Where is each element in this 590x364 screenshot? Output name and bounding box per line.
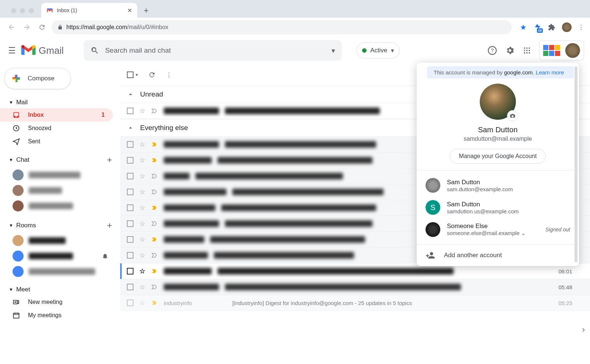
learn-more-link[interactable]: Learn more — [536, 69, 564, 76]
support-icon[interactable]: ? — [487, 46, 497, 55]
sidebar-item-inbox[interactable]: Inbox 1 — [0, 108, 113, 122]
reload-button[interactable] — [37, 22, 47, 32]
close-tab-icon[interactable]: ✕ — [127, 7, 132, 14]
url-input[interactable]: https://mail.google.com/mail/u/0/#inbox — [52, 20, 512, 34]
mail-row[interactable]: ☆ industryinfo [Industryinfo] Digest for… — [120, 295, 590, 311]
chat-contact[interactable] — [0, 198, 117, 214]
bookmark-star-icon[interactable]: ★ — [520, 23, 527, 32]
account-popup: This account is managed by google.com. L… — [417, 63, 579, 266]
room-item[interactable] — [0, 248, 117, 264]
row-time: 06:01 — [558, 268, 583, 274]
url-text: https://mail.google.com/mail/u/0/#inbox — [66, 24, 169, 31]
caret-down-icon: ▼ — [9, 100, 13, 105]
change-photo-button[interactable] — [507, 110, 518, 121]
svg-point-5 — [524, 50, 525, 51]
main-menu-button[interactable]: ☰ — [6, 42, 21, 59]
apps-grid-icon[interactable] — [523, 46, 531, 55]
importance-marker-icon[interactable] — [151, 173, 158, 179]
sidebar-item-sent[interactable]: Sent — [0, 135, 113, 148]
status-chip[interactable]: Active ▾ — [357, 42, 400, 59]
search-options-icon[interactable]: ▾ — [332, 46, 335, 55]
room-item[interactable] — [0, 233, 117, 248]
compose-button[interactable]: Compose — [4, 68, 71, 89]
importance-marker-icon[interactable] — [151, 268, 158, 274]
importance-marker-icon[interactable] — [151, 108, 158, 114]
chrome-menu-icon[interactable]: ⋮ — [578, 24, 584, 31]
traffic-light-minimize[interactable] — [20, 8, 25, 13]
sender-text: industryinfo — [164, 300, 226, 306]
select-all-checkbox[interactable]: ▾ — [127, 71, 138, 78]
chat-contact[interactable] — [0, 167, 117, 183]
chat-contact[interactable] — [0, 183, 117, 198]
svg-point-9 — [526, 52, 528, 54]
person-add-icon — [426, 251, 435, 260]
sent-icon — [13, 138, 21, 145]
importance-marker-icon[interactable] — [151, 141, 158, 148]
svg-point-8 — [524, 52, 525, 54]
extension-icons: ★ 28 ⋮ — [516, 22, 584, 32]
compose-plus-icon — [11, 73, 22, 84]
chrome-profile-icon[interactable] — [562, 22, 572, 32]
side-panel-toggle[interactable]: › — [582, 325, 585, 335]
subject-blurred — [225, 108, 380, 114]
inbox-icon — [13, 111, 21, 119]
room-item[interactable] — [0, 264, 117, 279]
gmail-logo[interactable]: Gmail — [21, 45, 64, 56]
forward-button[interactable] — [21, 22, 32, 33]
meet-section-header[interactable]: ▼ Meet — [0, 284, 117, 295]
add-account-button[interactable]: Add another account — [417, 244, 579, 266]
chevron-down-icon — [127, 91, 134, 98]
importance-marker-icon[interactable] — [151, 284, 158, 290]
sidebar-item-snoozed[interactable]: Snoozed — [0, 122, 113, 135]
row-checkbox[interactable] — [127, 108, 133, 114]
row-time: 05:25 — [558, 300, 583, 306]
sidebar-item-new-meeting[interactable]: New meeting — [0, 295, 113, 309]
account-row[interactable]: S Sam Duttonsamdutton.us@example.com — [417, 196, 579, 218]
gmail-header: ☰ Gmail Search mail and chat ▾ Active ▾ … — [0, 37, 590, 64]
mail-row[interactable]: ☆ 05:48 — [120, 279, 590, 295]
importance-marker-icon[interactable] — [151, 252, 158, 259]
importance-marker-icon[interactable] — [151, 157, 158, 164]
manage-account-button[interactable]: Manage your Google Account — [450, 149, 546, 164]
rooms-section-header[interactable]: ▼ Rooms + — [0, 218, 117, 233]
browser-tab-active[interactable]: Inbox (1) ✕ — [41, 3, 137, 18]
compose-label: Compose — [28, 75, 55, 82]
sender-blurred — [164, 108, 219, 114]
back-button[interactable] — [6, 22, 17, 33]
chevron-down-icon — [127, 124, 134, 132]
add-room-button[interactable]: + — [107, 220, 112, 231]
profile-hero: Sam Dutton samdutton@mail.example Manage… — [417, 82, 579, 170]
more-button[interactable]: ⋮ — [166, 71, 172, 78]
new-tab-button[interactable]: + — [137, 6, 155, 18]
video-plus-icon — [13, 298, 21, 306]
account-avatar[interactable] — [565, 43, 580, 58]
star-icon[interactable]: ☆ — [139, 267, 145, 275]
importance-marker-icon[interactable] — [151, 189, 158, 195]
importance-marker-icon[interactable] — [151, 220, 158, 227]
importance-marker-icon[interactable] — [151, 204, 158, 211]
account-row[interactable]: Someone Elsesomeone.else@mail.example ⌄ … — [417, 218, 579, 241]
extensions-icon[interactable] — [548, 24, 555, 31]
importance-marker-icon[interactable] — [151, 236, 158, 243]
traffic-light-zoom[interactable] — [29, 8, 34, 13]
extension-badge-icon[interactable]: 28 — [533, 23, 541, 31]
mail-section-header[interactable]: ▼ Mail — [0, 97, 117, 108]
caret-down-icon: ▼ — [9, 223, 13, 228]
scrollbar[interactable] — [575, 66, 577, 262]
account-row[interactable]: Sam Duttonsam.dutton@example.com — [417, 174, 579, 196]
row-checkbox[interactable] — [127, 268, 133, 274]
addons-box[interactable] — [539, 41, 584, 60]
sidebar-item-my-meetings[interactable]: My meetings — [0, 309, 113, 322]
star-icon[interactable]: ☆ — [139, 107, 145, 115]
mute-icon — [102, 253, 108, 259]
gmail-logo-icon — [21, 45, 36, 56]
importance-marker-icon[interactable] — [151, 300, 158, 306]
svg-rect-12 — [14, 313, 19, 318]
refresh-button[interactable] — [148, 71, 156, 78]
traffic-light-close[interactable] — [11, 8, 16, 13]
search-box[interactable]: Search mail and chat ▾ — [84, 40, 342, 61]
add-chat-button[interactable]: + — [107, 155, 112, 165]
settings-gear-icon[interactable] — [505, 46, 515, 55]
address-bar: https://mail.google.com/mail/u/0/#inbox … — [0, 18, 590, 37]
chat-section-header[interactable]: ▼ Chat + — [0, 153, 117, 167]
